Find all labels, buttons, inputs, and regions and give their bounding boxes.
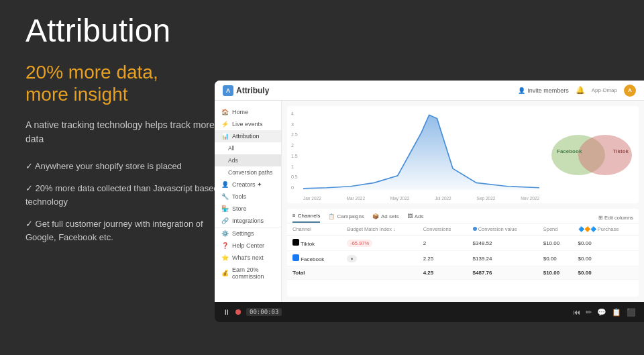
left-panel: Attribution 20% more data, more insight …	[25, 13, 220, 253]
adsets-icon: 📦	[372, 213, 379, 219]
row-purchase-tiktok: $0.00	[573, 236, 639, 251]
sidebar-item-whats-next[interactable]: ⭐ What's next	[215, 252, 281, 264]
video-controls-bar: ⏸ 00:00:03 ⏮ ✏ 💬 📋 ⬛	[215, 302, 644, 322]
live-events-icon: ⚡	[221, 121, 229, 128]
y-label-4: 4	[291, 111, 298, 116]
vc-icon-5[interactable]: ⬛	[627, 308, 636, 317]
row-channel-facebook: Facebook	[287, 251, 341, 266]
whats-next-icon: ⭐	[221, 254, 229, 261]
venn-diagram: Facebook Tiktok	[551, 128, 632, 182]
venn-tiktok-label: Tiktok	[613, 148, 629, 154]
table-tabs: ≡ Channels 📋 Campaigns 📦 Ad sets 🖼	[287, 209, 639, 223]
tab-campaigns[interactable]: 📋 Campaigns	[328, 213, 364, 222]
chart-x-axis: Jan 2022 Mar 2022 May 2022 Jul 2022 Sep …	[303, 196, 539, 201]
total-conv-value: $487.76	[468, 266, 538, 280]
app-sidebar: 🏠 Home ⚡ Live events 📊 Attribution All A…	[215, 101, 282, 302]
sidebar-item-attribution[interactable]: 📊 Attribution	[215, 130, 281, 142]
store-icon: 🏪	[221, 205, 229, 212]
tab-ads[interactable]: 🖼 Ads	[407, 213, 424, 222]
app-logo: A Attribuly	[223, 85, 269, 96]
budget-badge-negative: -65.97%	[347, 240, 372, 247]
sidebar-item-tools[interactable]: 🔧 Tools	[215, 191, 281, 203]
y-label-0: 0	[291, 185, 298, 190]
campaigns-icon: 📋	[328, 213, 335, 219]
sidebar-item-settings[interactable]: ⚙️ Settings	[215, 227, 281, 240]
tools-icon: 🔧	[221, 193, 229, 200]
total-spend: $10.00	[538, 266, 573, 280]
tab-channels[interactable]: ≡ Channels	[292, 213, 320, 223]
y-label-25: 2.5	[291, 132, 298, 137]
home-icon: 🏠	[221, 109, 229, 115]
data-table-area: ≡ Channels 📋 Campaigns 📦 Ad sets 🖼	[287, 209, 639, 297]
vc-icon-4[interactable]: 📋	[612, 308, 621, 317]
dot-icon2	[473, 227, 477, 231]
settings-icon: ⚙️	[221, 230, 229, 237]
row-channel-tiktok: Tiktok	[287, 236, 341, 251]
purchase-icons: 🔷🔶🔷	[578, 226, 596, 232]
row-budget-facebook: ●	[341, 251, 417, 266]
sidebar-item-home[interactable]: 🏠 Home	[215, 106, 281, 118]
attribution-icon: 📊	[221, 133, 229, 140]
ads-icon: 🖼	[407, 213, 413, 219]
col-budget: Budget Match Index ↓	[341, 223, 417, 236]
edit-columns-icon: ⊞	[598, 215, 603, 221]
x-label-may: May 2022	[390, 196, 410, 201]
sidebar-item-store[interactable]: 🏪 Store	[215, 203, 281, 215]
row-spend-facebook: $0.00	[538, 251, 573, 266]
app-name-tag: App-Dmap	[592, 87, 617, 93]
row-conversions-tiktok: 2	[418, 236, 468, 251]
timer-display: 00:00:03	[246, 308, 282, 316]
user-icon: 👤	[518, 87, 525, 94]
topbar-right: 👤 Invite members 🔔 App-Dmap A	[518, 85, 636, 97]
x-label-jan: Jan 2022	[303, 196, 321, 201]
sidebar-subitem-conversion-paths[interactable]: Conversion paths	[215, 166, 281, 179]
app-screenshot-panel: A Attribuly 👤 Invite members 🔔 App-Dmap …	[215, 81, 644, 322]
sidebar-bottom: ⚙️ Settings ❓ Help Center ⭐ What's next …	[215, 227, 281, 283]
table-row: Tiktok -65.97% 2 $348.52 $10.00 $0.00	[287, 236, 639, 251]
invite-members-button[interactable]: 👤 Invite members	[518, 87, 569, 94]
pause-button[interactable]: ⏸	[223, 308, 230, 316]
channels-icon: ≡	[292, 213, 296, 219]
venn-facebook-label: Facebook	[557, 148, 582, 154]
budget-badge-neutral: ●	[347, 255, 357, 262]
table-body: Tiktok -65.97% 2 $348.52 $10.00 $0.00	[287, 236, 639, 280]
tiktok-icon	[292, 239, 299, 246]
total-purchase: $0.00	[573, 266, 639, 280]
vc-icon-3[interactable]: 💬	[597, 308, 606, 317]
sidebar-subitem-ads[interactable]: Ads	[215, 154, 281, 166]
vc-icon-1[interactable]: ⏮	[573, 308, 580, 316]
recording-indicator	[235, 309, 241, 315]
total-label: Total	[287, 266, 341, 280]
col-conversions: Conversions	[418, 223, 468, 236]
y-label-3: 3	[291, 122, 298, 127]
sidebar-item-live-events[interactable]: ⚡ Live events	[215, 118, 281, 130]
notification-icon[interactable]: 🔔	[576, 86, 585, 95]
subtitle: 20% more data, more insight	[25, 61, 220, 106]
feature-item-1: ✓ Anywhere your shopify store is placed	[25, 160, 220, 173]
logo-icon: A	[223, 85, 233, 96]
row-spend-tiktok: $10.00	[538, 236, 573, 251]
features-list: ✓ Anywhere your shopify store is placed …	[25, 160, 220, 244]
col-purchase: 🔷🔶🔷 Purchase	[573, 223, 639, 236]
x-label-jul: Jul 2022	[435, 196, 451, 201]
x-label-mar: Mar 2022	[347, 196, 365, 201]
data-table: Channel Budget Match Index ↓ Conversions…	[287, 223, 639, 280]
chart-left: 4 3 2.5 2 1.5 1 0.5 0	[287, 106, 545, 203]
app-topbar: A Attribuly 👤 Invite members 🔔 App-Dmap …	[215, 81, 644, 101]
facebook-icon	[292, 256, 299, 262]
integrations-icon: 🔗	[221, 217, 229, 224]
vc-icon-2[interactable]: ✏	[586, 308, 592, 317]
commission-icon: 💰	[221, 270, 229, 276]
tab-ad-sets[interactable]: 📦 Ad sets	[372, 213, 399, 222]
sidebar-subitem-all[interactable]: All	[215, 142, 281, 154]
sidebar-item-integrations[interactable]: 🔗 Integrations	[215, 215, 281, 227]
edit-columns-button[interactable]: ⊞ Edit columns	[598, 215, 633, 221]
total-conversions: 4.25	[418, 266, 468, 280]
sidebar-item-creators[interactable]: 👤 Creators ✦	[215, 179, 281, 191]
sidebar-item-earn-commission[interactable]: 💰 Earn 20% commission	[215, 264, 281, 283]
sidebar-item-help[interactable]: ❓ Help Center	[215, 240, 281, 252]
total-budget	[341, 266, 417, 280]
row-conv-value-facebook: $139.24	[468, 251, 538, 266]
feature-item-3: ✓ Get full customer journey with integra…	[25, 217, 220, 244]
description-text: A native tracking technology helps track…	[25, 118, 220, 146]
